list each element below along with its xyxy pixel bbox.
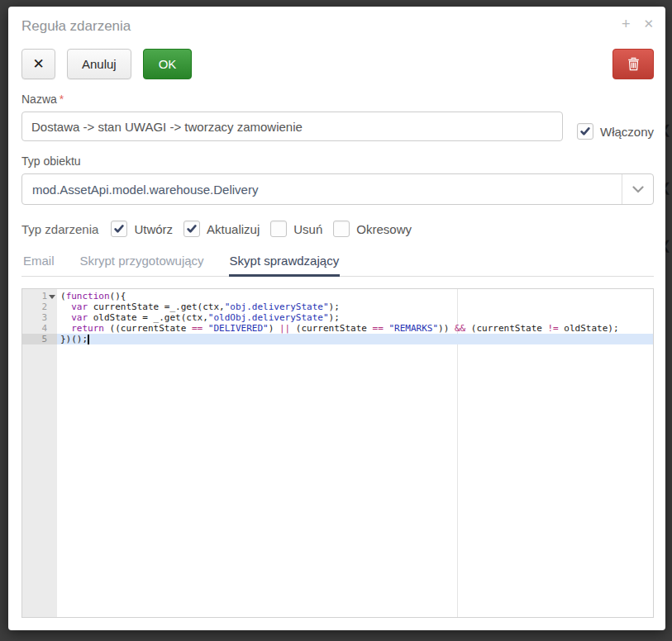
gutter-line[interactable]: 3 <box>22 312 57 323</box>
event-type-row: Typ zdarzenia UtwórzAktualizujUsuńOkreso… <box>21 221 654 237</box>
event-type-checkbox-utwórz[interactable]: Utwórz <box>111 221 173 237</box>
dialog-header: Reguła zdarzenia + ✕ <box>21 17 654 35</box>
tab-bar: EmailSkrypt przygotowującySkypt sprawdza… <box>21 249 654 277</box>
line-number: 4 <box>41 323 47 334</box>
object-type-select[interactable]: mod.AssetApi.model.warehouse.Delivery <box>21 173 654 205</box>
text-cursor <box>88 335 89 344</box>
tab-email[interactable]: Email <box>22 249 55 277</box>
editor-gutter: 12345 <box>22 289 57 617</box>
checkbox-label: Usuń <box>293 222 322 236</box>
tab-skypt-sprawdzający[interactable]: Skypt sprawdzający <box>229 249 341 277</box>
gutter-line[interactable]: 4 <box>22 323 57 334</box>
close-button[interactable]: ✕ <box>21 49 55 79</box>
close-icon[interactable]: ✕ <box>643 17 654 31</box>
checkbox-label: Utwórz <box>134 222 173 236</box>
checkbox[interactable] <box>270 221 287 237</box>
checkbox[interactable] <box>111 221 127 237</box>
tab-skrypt-przygotowujący[interactable]: Skrypt przygotowujący <box>79 249 205 277</box>
checkbox[interactable] <box>333 221 350 237</box>
object-type-value: mod.AssetApi.model.warehouse.Delivery <box>22 174 622 204</box>
delete-button[interactable] <box>612 49 654 79</box>
line-number: 3 <box>41 312 47 323</box>
checkbox-label: Okresowy <box>356 222 412 236</box>
ok-button[interactable]: OK <box>143 49 193 79</box>
expand-icon[interactable]: + <box>622 17 631 31</box>
event-type-checkbox-okresowy[interactable]: Okresowy <box>333 221 412 237</box>
line-number: 5 <box>41 334 47 344</box>
code-line: return ((currentState == "DELIVERED") ||… <box>57 323 653 334</box>
event-type-options: UtwórzAktualizujUsuńOkresowy <box>111 221 412 237</box>
gutter-line[interactable]: 2 <box>22 302 57 312</box>
name-input[interactable] <box>21 112 563 141</box>
line-number: 2 <box>41 302 47 312</box>
cancel-button[interactable]: Anuluj <box>67 49 131 79</box>
dialog-title: Reguła zdarzenia <box>21 17 131 35</box>
gutter-line[interactable]: 1 <box>22 291 57 302</box>
code-line: })(); <box>57 334 653 344</box>
event-type-label: Typ zdarzenia <box>21 222 98 236</box>
code-line: (function(){ <box>57 291 653 302</box>
gutter-line[interactable]: 5 <box>22 334 57 344</box>
fold-caret-icon[interactable] <box>49 295 55 299</box>
toolbar: ✕ Anuluj OK <box>21 49 654 79</box>
event-type-checkbox-aktualizuj[interactable]: Aktualizuj <box>183 221 260 237</box>
code-line: var oldState = _.get(ctx,"oldObj.deliver… <box>57 312 653 323</box>
event-rule-dialog: Reguła zdarzenia + ✕ ✕ Anuluj OK Nazwa* <box>8 7 665 630</box>
object-type-label: Typ obiektu <box>21 154 654 168</box>
code-line: var currentState =_.get(ctx,"obj.deliver… <box>57 302 653 312</box>
enabled-checkbox[interactable] <box>577 123 593 140</box>
checkbox-label: Aktualizuj <box>207 222 260 236</box>
trash-icon <box>627 57 640 71</box>
code-editor[interactable]: 12345 (function(){ var currentState =_.g… <box>21 288 654 618</box>
chevron-down-icon[interactable] <box>622 174 653 204</box>
event-type-checkbox-usuń[interactable]: Usuń <box>270 221 322 237</box>
enabled-checkbox-group[interactable]: Włączony <box>577 123 654 140</box>
name-label: Nazwa* <box>21 93 654 106</box>
code-area[interactable]: (function(){ var currentState =_.get(ctx… <box>57 289 653 617</box>
required-asterisk: * <box>60 93 64 106</box>
enabled-label: Włączony <box>600 125 654 139</box>
checkbox[interactable] <box>183 221 200 237</box>
line-number: 1 <box>41 291 47 302</box>
